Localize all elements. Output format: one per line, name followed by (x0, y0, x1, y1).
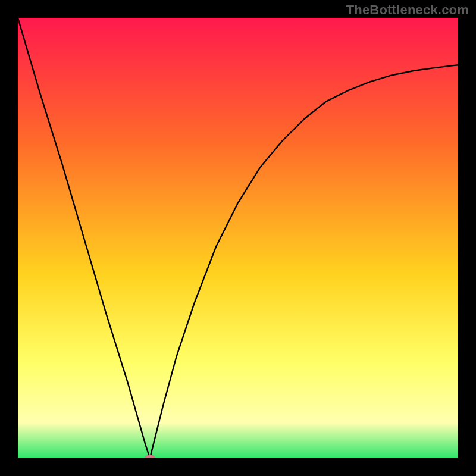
minimum-marker (145, 455, 155, 458)
curve-layer (18, 18, 458, 458)
watermark-text: TheBottleneck.com (346, 2, 469, 18)
chart-frame: TheBottleneck.com (0, 0, 476, 476)
bottleneck-curve (18, 18, 458, 458)
plot-area (18, 18, 458, 458)
